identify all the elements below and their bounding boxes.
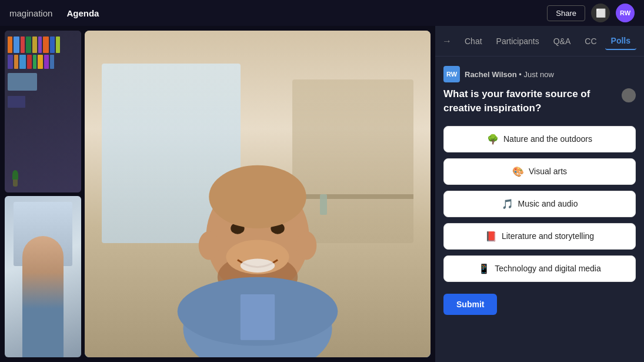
right-panel: → Chat Participants Q&A CC Polls RW Rach…	[435, 26, 644, 362]
poll-question-text: What is your favorite source of creative…	[443, 87, 617, 115]
tab-qa[interactable]: Q&A	[548, 33, 577, 49]
top-bar: magination Agenda Share ⬜ RW	[0, 0, 644, 26]
poll-meta: Rachel Wilson • Just now	[465, 70, 554, 79]
poll-timestamp: Just now	[524, 70, 554, 79]
video-thumbnail-2[interactable]	[5, 196, 81, 358]
poll-options: 🌳 Nature and the outdoors 🎨 Visual arts …	[443, 126, 636, 282]
screen-share-button[interactable]: ⬜	[591, 4, 610, 22]
option-1-emoji: 🌳	[487, 134, 499, 145]
video-sidebar	[5, 31, 81, 357]
video-section	[0, 26, 435, 362]
poll-option-3[interactable]: 🎵 Music and audio	[443, 191, 636, 217]
bookshelf-decoration	[8, 36, 78, 187]
tab-participants[interactable]: Participants	[490, 33, 545, 49]
option-1-label: Nature and the outdoors	[503, 134, 592, 144]
option-5-emoji: 📱	[478, 263, 490, 274]
loading-indicator	[622, 88, 636, 102]
screen-share-icon: ⬜	[596, 8, 606, 18]
poll-header: RW Rachel Wilson • Just now	[443, 66, 636, 82]
agenda-label: Agenda	[66, 8, 99, 18]
submit-button[interactable]: Submit	[443, 294, 497, 315]
svg-point-7	[241, 259, 275, 273]
panel-content: RW Rachel Wilson • Just now What is your…	[435, 57, 644, 362]
poll-option-5[interactable]: 📱 Technology and digital media	[443, 255, 636, 282]
option-4-emoji: 📕	[485, 231, 497, 242]
option-2-label: Visual arts	[529, 167, 567, 176]
main-area: → Chat Participants Q&A CC Polls RW Rach…	[0, 26, 644, 362]
main-video	[85, 31, 431, 357]
video-thumbnail-1[interactable]	[5, 31, 81, 192]
poll-question: What is your favorite source of creative…	[443, 87, 636, 115]
poll-author-name: Rachel Wilson	[465, 70, 517, 79]
svg-point-9	[199, 231, 219, 260]
svg-point-8	[209, 165, 306, 228]
poll-separator: •	[519, 70, 523, 79]
tab-chat[interactable]: Chat	[459, 33, 488, 49]
person-figure	[134, 31, 381, 357]
svg-rect-12	[241, 294, 275, 340]
poll-author-avatar: RW	[443, 66, 460, 82]
option-3-label: Music and audio	[518, 199, 578, 208]
avatar-initials: RW	[616, 4, 635, 22]
collapse-arrow-icon[interactable]: →	[442, 36, 452, 47]
tab-polls[interactable]: Polls	[605, 32, 636, 50]
tab-cc[interactable]: CC	[579, 33, 602, 49]
option-3-emoji: 🎵	[502, 198, 513, 210]
svg-point-10	[296, 231, 316, 260]
share-button[interactable]: Share	[547, 5, 585, 21]
top-bar-left: magination Agenda	[9, 8, 99, 18]
poll-option-2[interactable]: 🎨 Visual arts	[443, 158, 636, 185]
plant-decoration	[9, 170, 21, 187]
top-bar-right: Share ⬜ RW	[547, 4, 635, 22]
poll-option-4[interactable]: 📕 Literature and storytelling	[443, 223, 636, 250]
app-title: magination	[9, 8, 52, 18]
option-2-emoji: 🎨	[512, 166, 524, 177]
panel-tabs: → Chat Participants Q&A CC Polls	[435, 26, 644, 57]
option-5-label: Technology and digital media	[495, 264, 601, 273]
user-avatar-button[interactable]: RW	[616, 4, 635, 22]
poll-option-1[interactable]: 🌳 Nature and the outdoors	[443, 126, 636, 152]
video-main-content	[85, 31, 431, 357]
option-4-label: Literature and storytelling	[502, 231, 594, 241]
